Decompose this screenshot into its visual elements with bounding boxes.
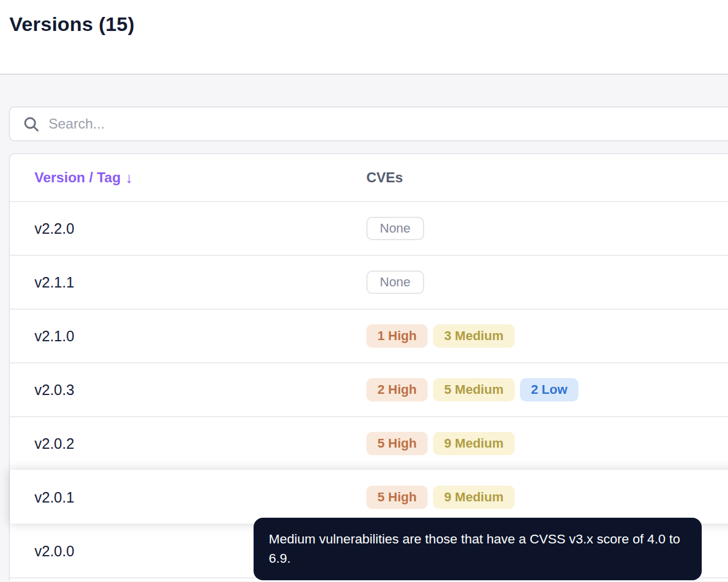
cve-badges: 1 High3 Medium <box>366 324 728 347</box>
column-header-version-tag-label: Version / Tag <box>34 169 121 186</box>
cve-badge-medium[interactable]: 9 Medium <box>433 432 514 455</box>
column-header-cves: CVEs <box>366 169 403 185</box>
cve-badge-medium[interactable]: 9 Medium <box>433 486 514 508</box>
cve-badges: 5 High9 Medium <box>366 432 728 455</box>
table-row[interactable]: v2.0.2 5 High9 Medium <box>10 416 728 470</box>
table-row[interactable]: v2.1.1 None <box>10 255 728 309</box>
cve-badges: None <box>366 271 728 293</box>
table-row[interactable]: v2.0.1 5 High9 Medium <box>10 470 728 524</box>
table-row[interactable]: v2.0.3 2 High5 Medium2 Low <box>10 362 728 416</box>
cve-badge-none[interactable]: None <box>366 217 424 240</box>
cve-badge-medium[interactable]: 3 Medium <box>433 324 514 347</box>
search-input[interactable] <box>47 115 728 133</box>
cve-badge-medium[interactable]: 5 Medium <box>433 378 514 401</box>
cve-badges: 5 High9 Medium <box>366 486 728 508</box>
version-label: v2.0.1 <box>34 489 74 505</box>
version-label: v2.0.2 <box>34 435 74 452</box>
search-box[interactable] <box>9 106 728 141</box>
cve-badges: 2 High5 Medium2 Low <box>366 378 728 401</box>
version-label: v2.0.3 <box>34 382 74 398</box>
column-header-version-tag[interactable]: Version / Tag ↓ <box>34 169 133 186</box>
table-row[interactable]: v2.2.0 None <box>10 201 728 255</box>
cve-badge-high[interactable]: 2 High <box>366 378 428 401</box>
versions-table: Version / Tag ↓ CVEs v2.2.0 None v2.1.1 … <box>9 153 728 581</box>
version-label: v2.2.0 <box>34 220 74 237</box>
version-label: v2.1.1 <box>34 274 74 290</box>
cve-badge-high[interactable]: 5 High <box>366 486 428 508</box>
cve-badge-high[interactable]: 5 High <box>366 432 428 455</box>
version-label: v2.1.0 <box>34 328 74 344</box>
table-header-row: Version / Tag ↓ CVEs <box>10 154 728 201</box>
cve-badge-high[interactable]: 1 High <box>366 324 428 347</box>
page-header: Versions (15) <box>0 0 728 75</box>
medium-cves-tooltip: Medium vulnerabilities are those that ha… <box>254 518 702 580</box>
table-row[interactable]: v2.1.0 1 High3 Medium <box>10 309 728 362</box>
cve-badges: None <box>366 217 728 240</box>
page-title: Versions (15) <box>9 13 728 36</box>
cve-badge-low[interactable]: 2 Low <box>520 378 578 401</box>
tooltip-text: Medium vulnerabilities are those that ha… <box>269 532 680 566</box>
search-icon <box>23 116 39 132</box>
sort-desc-icon: ↓ <box>126 169 133 186</box>
cve-badge-none[interactable]: None <box>366 271 424 293</box>
version-label: v2.0.0 <box>34 543 74 559</box>
